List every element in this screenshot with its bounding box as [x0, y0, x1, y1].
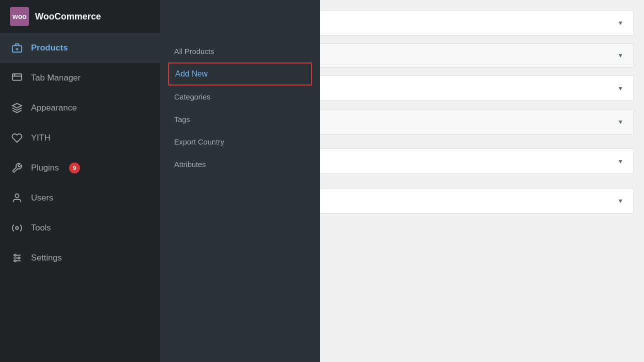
svg-point-12 — [18, 257, 20, 259]
chevron-down-icon: ▼ — [617, 158, 623, 165]
sidebar-item-products-label: Products — [31, 43, 68, 53]
svg-point-7 — [16, 226, 19, 230]
plugins-icon — [10, 161, 24, 175]
box-icon — [10, 41, 24, 55]
sidebar-item-settings-label: Settings — [31, 253, 62, 263]
submenu-categories[interactable]: Categories — [160, 86, 320, 108]
yith-icon — [10, 131, 24, 145]
sidebar-logo[interactable]: woo WooCommerce — [0, 0, 160, 33]
submenu-export-country[interactable]: Export Country — [160, 130, 320, 153]
submenu-attributes[interactable]: Attributes — [160, 153, 320, 176]
sidebar-item-tab-manager-label: Tab Manager — [31, 73, 81, 83]
chevron-down-icon: ▼ — [617, 52, 623, 59]
tools-icon — [10, 221, 24, 235]
sidebar-item-settings[interactable]: Settings — [0, 243, 160, 273]
sidebar-item-plugins[interactable]: Plugins 9 — [0, 153, 160, 183]
sidebar-item-plugins-label: Plugins — [31, 163, 59, 173]
submenu-tags[interactable]: Tags — [160, 108, 320, 130]
sidebar-item-tools-label: Tools — [31, 223, 51, 233]
sidebar-logo-text: WooCommerce — [35, 12, 101, 22]
sidebar-item-tools[interactable]: Tools — [0, 213, 160, 243]
submenu-all-products[interactable]: All Products — [160, 40, 320, 62]
sidebar-item-users[interactable]: Users — [0, 183, 160, 213]
sidebar-item-appearance-label: Appearance — [31, 103, 77, 113]
chevron-down-icon: ▼ — [617, 198, 623, 204]
svg-point-13 — [15, 260, 17, 262]
submenu-add-new[interactable]: Add New — [168, 62, 312, 86]
products-submenu: All Products Add New Categories Tags Exp… — [160, 0, 320, 362]
sidebar-item-users-label: Users — [31, 193, 53, 203]
svg-rect-3 — [13, 74, 22, 80]
sidebar-item-tab-manager[interactable]: Tab Manager — [0, 63, 160, 93]
chevron-down-icon: ▼ — [617, 20, 623, 26]
woo-logo-icon: woo — [10, 7, 29, 26]
plugins-badge: 9 — [69, 162, 80, 174]
sidebar-item-products[interactable]: Products — [0, 33, 160, 63]
sidebar: woo WooCommerce Products Tab Manager — [0, 0, 160, 362]
chevron-down-icon: ▼ — [617, 85, 623, 92]
appearance-icon — [10, 101, 24, 115]
users-icon — [10, 191, 24, 205]
svg-point-11 — [15, 254, 17, 256]
settings-icon — [10, 251, 24, 265]
svg-point-6 — [15, 194, 19, 198]
sidebar-item-appearance[interactable]: Appearance — [0, 93, 160, 123]
sidebar-item-yith-label: YITH — [31, 133, 51, 143]
sidebar-item-yith[interactable]: YITH — [0, 123, 160, 153]
chevron-down-icon: ▼ — [617, 118, 623, 126]
tabmanager-icon — [10, 71, 24, 85]
